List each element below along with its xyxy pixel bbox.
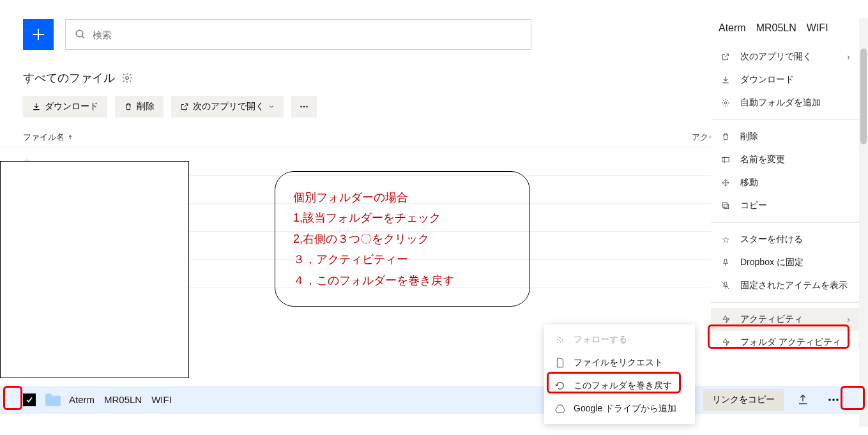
checkbox-checked[interactable] xyxy=(23,393,36,406)
menu-request-file[interactable]: ファイルをリクエスト xyxy=(544,351,695,374)
star-icon: ☆ xyxy=(720,234,731,245)
pinned-icon xyxy=(720,281,731,290)
delete-button[interactable]: 削除 xyxy=(115,96,164,118)
rewind-icon xyxy=(554,381,566,391)
panel-activity[interactable]: アクティビティ › xyxy=(711,308,859,331)
search-icon xyxy=(75,29,86,40)
svg-rect-14 xyxy=(724,204,729,209)
plus-icon xyxy=(32,28,45,41)
svg-point-9 xyxy=(836,399,838,401)
panel-open-with[interactable]: 次のアプリで開く › xyxy=(711,45,859,68)
svg-rect-13 xyxy=(722,202,727,207)
file-name: Aterm MR05LN WIFI xyxy=(69,394,172,406)
open-with-button[interactable]: 次のアプリで開く xyxy=(171,96,284,118)
svg-point-6 xyxy=(306,106,307,107)
panel-auto-folder[interactable]: 自動フォルダを追加 xyxy=(711,91,859,114)
column-name[interactable]: ファイル名 xyxy=(23,132,692,143)
svg-point-4 xyxy=(300,106,301,107)
gdrive-icon xyxy=(554,404,566,413)
selected-row[interactable]: Aterm MR05LN WIFI リンクをコピー xyxy=(0,386,868,414)
share-icon[interactable] xyxy=(791,388,814,411)
chevron-right-icon: › xyxy=(847,314,850,324)
panel-copy[interactable]: コピー xyxy=(711,194,859,217)
move-icon xyxy=(720,178,731,187)
trash-icon xyxy=(124,102,133,111)
pin-icon xyxy=(720,258,731,267)
download-icon xyxy=(720,75,731,84)
row-more-button[interactable] xyxy=(822,388,845,411)
ellipsis-icon xyxy=(300,105,308,108)
more-button[interactable] xyxy=(291,96,317,118)
panel-star[interactable]: ☆ スターを付ける xyxy=(711,228,859,251)
svg-point-5 xyxy=(303,106,305,107)
svg-point-11 xyxy=(724,102,727,104)
add-button[interactable] xyxy=(23,19,54,50)
scrollbar[interactable] xyxy=(859,18,868,427)
panel-move[interactable]: 移動 xyxy=(711,171,859,194)
annotation-cover xyxy=(0,161,189,378)
file-icon xyxy=(554,358,566,368)
svg-point-3 xyxy=(126,77,129,80)
download-icon xyxy=(32,102,41,111)
menu-follow: フォローする xyxy=(544,328,695,351)
gear-icon xyxy=(720,98,731,107)
panel-folder-activity[interactable]: フォルダ アクティビティ xyxy=(711,331,859,354)
panel-rename[interactable]: 名前を変更 xyxy=(711,148,859,171)
menu-rewind-folder[interactable]: このフォルダを巻き戻す xyxy=(544,374,695,397)
chevron-right-icon: › xyxy=(847,52,850,62)
search-input[interactable] xyxy=(93,29,522,40)
svg-rect-12 xyxy=(722,158,729,162)
svg-point-0 xyxy=(76,30,83,37)
context-submenu: フォローする ファイルをリクエスト このフォルダを巻き戻す Google ドライ… xyxy=(544,324,695,424)
open-icon xyxy=(180,102,189,111)
svg-point-8 xyxy=(832,399,834,401)
panel-title: Aterm MR05LN WIFI xyxy=(711,18,859,45)
chevron-down-icon xyxy=(268,103,275,110)
download-button[interactable]: ダウンロード xyxy=(23,96,107,118)
trash-icon xyxy=(720,132,731,141)
gear-icon[interactable] xyxy=(121,72,133,84)
panel-show-pinned[interactable]: 固定されたアイテムを表示 xyxy=(711,274,859,297)
panel-download[interactable]: ダウンロード xyxy=(711,68,859,91)
activity-icon xyxy=(720,315,731,324)
copy-icon xyxy=(720,201,731,210)
panel-delete[interactable]: 削除 xyxy=(711,125,859,148)
activity-icon xyxy=(720,338,731,347)
search-box[interactable] xyxy=(65,19,531,50)
ellipsis-icon xyxy=(828,399,839,401)
svg-point-10 xyxy=(557,342,558,343)
page-title: すべてのファイル xyxy=(23,70,115,86)
annotation-callout: 個別フォルダーの場合 1,該当フォルダーをチェック 2,右側の３つ〇をクリック … xyxy=(275,171,530,307)
svg-point-7 xyxy=(828,399,830,401)
menu-gdrive[interactable]: Google ドライブから追加 xyxy=(544,397,695,420)
open-icon xyxy=(720,52,731,61)
copy-link-button[interactable]: リンクをコピー xyxy=(703,389,784,411)
rss-icon xyxy=(554,335,566,344)
folder-icon xyxy=(45,393,61,407)
check-icon xyxy=(25,395,34,404)
panel-pin[interactable]: Dropbox に固定 xyxy=(711,251,859,274)
side-context-panel: Aterm MR05LN WIFI 次のアプリで開く › ダウンロード 自動フォ… xyxy=(711,18,859,354)
sort-asc-icon xyxy=(67,134,73,141)
rename-icon xyxy=(720,155,731,164)
